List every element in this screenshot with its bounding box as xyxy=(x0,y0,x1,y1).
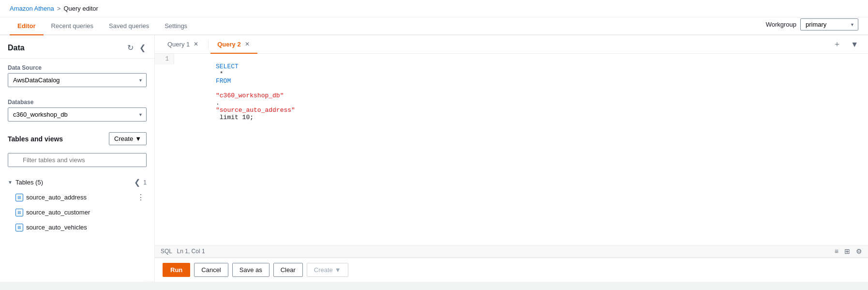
database-label: Database xyxy=(8,99,147,106)
create-toolbar-arrow: ▼ xyxy=(335,266,341,274)
status-right-icons: ≡ ⊞ ⚙ xyxy=(835,247,862,255)
sql-space2 xyxy=(216,85,220,92)
workgroup-label: Workgroup xyxy=(766,21,796,28)
refresh-icon[interactable]: ↻ xyxy=(126,42,135,53)
sql-limit: limit 10; xyxy=(216,114,254,121)
tables-pagination: ❮ 1 xyxy=(133,177,147,188)
query-tab-1[interactable]: Query 1 ✕ xyxy=(161,35,206,54)
table-item-source-auto-vehicles[interactable]: ⊞ source_auto_vehicles ⋮ xyxy=(8,220,147,235)
tables-group-title: Tables (5) xyxy=(15,179,43,186)
tables-views-header: Tables and views Create ▼ xyxy=(0,127,154,150)
tab-saved-queries[interactable]: Saved queries xyxy=(101,17,157,35)
line-number-1: 1 xyxy=(155,54,174,64)
data-source-section: Data Source AwsDataCatalog xyxy=(0,59,154,93)
sql-keyword-from: FROM xyxy=(216,77,231,85)
table-name: source_auto_vehicles xyxy=(26,224,132,231)
create-button-label: Create xyxy=(114,135,133,142)
main-tab-bar: Editor Recent queries Saved queries Sett… xyxy=(0,17,868,35)
workgroup-select-wrapper: primary xyxy=(800,18,858,31)
table-icon: ⊞ xyxy=(15,209,23,216)
table-menu-button-0[interactable]: ⋮ xyxy=(135,193,147,202)
query-tab-1-label: Query 1 xyxy=(167,41,190,48)
status-sql-label: SQL Ln 1, Col 1 xyxy=(161,248,205,255)
save-as-button[interactable]: Save as xyxy=(232,263,269,277)
table-icon: ⊞ xyxy=(15,194,23,201)
query-tabs-actions: ＋ ▼ xyxy=(829,37,862,51)
tables-chevron-icon: ▼ xyxy=(8,180,13,185)
table-view-icon[interactable]: ⊞ xyxy=(844,247,850,255)
database-section: Database c360_workshop_db xyxy=(0,93,154,127)
filter-input-container: 🔍 xyxy=(8,153,147,167)
data-source-select-wrapper: AwsDataCatalog xyxy=(8,73,147,87)
sql-space: * xyxy=(216,70,227,77)
data-source-select[interactable]: AwsDataCatalog xyxy=(8,73,147,87)
create-button-arrow: ▼ xyxy=(135,135,141,142)
run-button[interactable]: Run xyxy=(163,263,190,277)
tables-prev-page[interactable]: ❮ xyxy=(133,177,141,188)
query-tab-1-close[interactable]: ✕ xyxy=(193,40,199,48)
sidebar: Data ↻ ❮ Data Source AwsDataCatalog Data… xyxy=(0,35,155,282)
tables-section: ▼ Tables (5) ❮ 1 ⊞ source_auto_address ⋮… xyxy=(0,172,154,238)
editor-area: Query 1 ✕ Query 2 ✕ ＋ ▼ 1 SELECT * FROM xyxy=(155,35,868,282)
bottom-toolbar: Run Cancel Save as Clear Create ▼ xyxy=(155,258,868,282)
table-name: source_auto_customer xyxy=(26,209,132,216)
database-select-wrapper: c360_workshop_db xyxy=(8,107,147,122)
code-editor[interactable]: 1 SELECT * FROM "c360_workshop_db" . "so… xyxy=(155,54,868,245)
settings-icon[interactable]: ⚙ xyxy=(856,247,862,255)
query-tabs-dropdown[interactable]: ▼ xyxy=(847,38,862,51)
breadcrumb-current: Query editor xyxy=(63,5,98,12)
code-line-1: 1 SELECT * FROM "c360_workshop_db" . "so… xyxy=(155,54,868,130)
tables-views-title: Tables and views xyxy=(8,135,63,143)
collapse-icon[interactable]: ❮ xyxy=(138,42,147,53)
clear-button[interactable]: Clear xyxy=(273,263,303,277)
sql-table-name: "source_auto_address" xyxy=(216,107,295,114)
breadcrumb-separator: > xyxy=(57,5,61,12)
table-name: source_auto_address xyxy=(26,194,132,201)
line-content-1: SELECT * FROM "c360_workshop_db" . "sour… xyxy=(174,54,299,130)
create-toolbar-button: Create ▼ xyxy=(307,263,348,277)
sidebar-header: Data ↻ ❮ xyxy=(0,35,154,59)
tables-page-num: 1 xyxy=(143,179,147,186)
filter-input-wrapper: 🔍 xyxy=(0,150,154,172)
format-icon[interactable]: ≡ xyxy=(835,247,838,255)
sql-dot: . xyxy=(216,99,220,107)
query-tab-2-label: Query 2 xyxy=(217,41,240,48)
database-select[interactable]: c360_workshop_db xyxy=(8,107,147,122)
tab-recent-queries[interactable]: Recent queries xyxy=(44,17,101,35)
top-nav: Amazon Athena > Query editor xyxy=(0,0,868,17)
table-icon: ⊞ xyxy=(15,224,23,231)
sql-db-name: "c360_workshop_db" xyxy=(216,92,284,99)
tab-editor[interactable]: Editor xyxy=(10,17,44,35)
breadcrumb-parent[interactable]: Amazon Athena xyxy=(10,5,54,12)
tab-settings[interactable]: Settings xyxy=(157,17,195,35)
query-tab-2-close[interactable]: ✕ xyxy=(244,40,251,48)
filter-tables-input[interactable] xyxy=(8,153,147,167)
cancel-button[interactable]: Cancel xyxy=(194,263,228,277)
editor-status-bar: SQL Ln 1, Col 1 ≡ ⊞ ⚙ xyxy=(155,245,868,258)
query-tab-2[interactable]: Query 2 ✕ xyxy=(210,35,257,54)
create-button[interactable]: Create ▼ xyxy=(109,132,147,145)
query-tabs: Query 1 ✕ Query 2 ✕ ＋ ▼ xyxy=(155,35,868,54)
sidebar-title: Data xyxy=(8,44,25,52)
data-source-label: Data Source xyxy=(8,64,147,71)
tables-group-header[interactable]: ▼ Tables (5) ❮ 1 xyxy=(8,175,147,190)
workgroup-section: Workgroup primary xyxy=(766,18,858,34)
sidebar-header-icons: ↻ ❮ xyxy=(126,42,147,53)
sql-keyword-select: SELECT xyxy=(216,63,239,70)
new-query-button[interactable]: ＋ xyxy=(829,37,845,51)
create-toolbar-label: Create xyxy=(314,266,333,274)
query-tab-separator xyxy=(208,40,209,49)
main-layout: Data ↻ ❮ Data Source AwsDataCatalog Data… xyxy=(0,35,868,282)
table-item-source-auto-address[interactable]: ⊞ source_auto_address ⋮ xyxy=(8,190,147,205)
table-item-source-auto-customer[interactable]: ⊞ source_auto_customer ⋮ xyxy=(8,205,147,220)
workgroup-select[interactable]: primary xyxy=(800,18,858,31)
